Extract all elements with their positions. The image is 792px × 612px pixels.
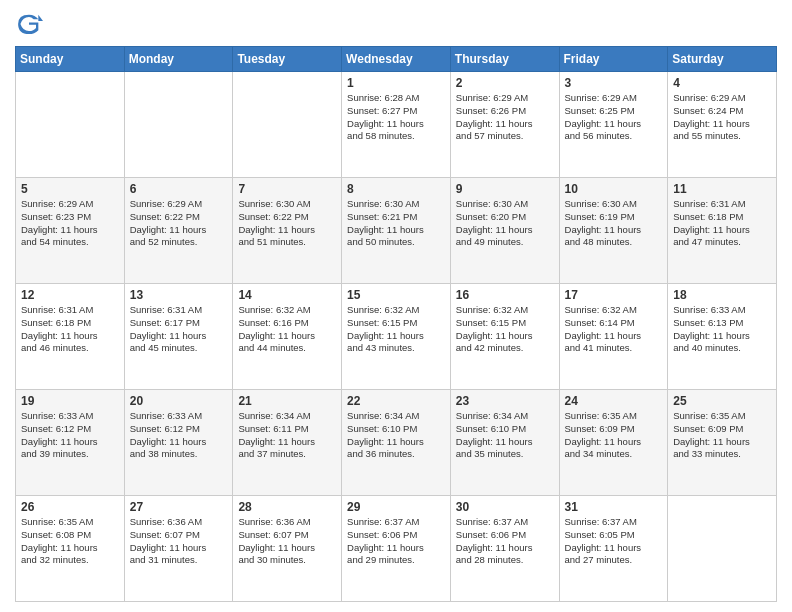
day-number: 31 <box>565 500 663 514</box>
calendar-table: SundayMondayTuesdayWednesdayThursdayFrid… <box>15 46 777 602</box>
calendar-cell <box>16 72 125 178</box>
weekday-header-tuesday: Tuesday <box>233 47 342 72</box>
day-number: 22 <box>347 394 445 408</box>
day-number: 25 <box>673 394 771 408</box>
calendar-cell: 27Sunrise: 6:36 AM Sunset: 6:07 PM Dayli… <box>124 496 233 602</box>
day-info: Sunrise: 6:36 AM Sunset: 6:07 PM Dayligh… <box>238 516 336 567</box>
calendar-cell: 3Sunrise: 6:29 AM Sunset: 6:25 PM Daylig… <box>559 72 668 178</box>
calendar-cell <box>668 496 777 602</box>
day-number: 11 <box>673 182 771 196</box>
day-number: 8 <box>347 182 445 196</box>
calendar-cell: 31Sunrise: 6:37 AM Sunset: 6:05 PM Dayli… <box>559 496 668 602</box>
calendar-cell: 6Sunrise: 6:29 AM Sunset: 6:22 PM Daylig… <box>124 178 233 284</box>
weekday-header-thursday: Thursday <box>450 47 559 72</box>
calendar-cell: 10Sunrise: 6:30 AM Sunset: 6:19 PM Dayli… <box>559 178 668 284</box>
calendar-cell: 28Sunrise: 6:36 AM Sunset: 6:07 PM Dayli… <box>233 496 342 602</box>
day-info: Sunrise: 6:29 AM Sunset: 6:22 PM Dayligh… <box>130 198 228 249</box>
calendar-cell: 16Sunrise: 6:32 AM Sunset: 6:15 PM Dayli… <box>450 284 559 390</box>
calendar-cell: 30Sunrise: 6:37 AM Sunset: 6:06 PM Dayli… <box>450 496 559 602</box>
calendar-cell <box>233 72 342 178</box>
calendar-cell: 12Sunrise: 6:31 AM Sunset: 6:18 PM Dayli… <box>16 284 125 390</box>
day-number: 15 <box>347 288 445 302</box>
day-info: Sunrise: 6:32 AM Sunset: 6:15 PM Dayligh… <box>347 304 445 355</box>
calendar-cell <box>124 72 233 178</box>
day-info: Sunrise: 6:31 AM Sunset: 6:17 PM Dayligh… <box>130 304 228 355</box>
day-number: 1 <box>347 76 445 90</box>
day-info: Sunrise: 6:28 AM Sunset: 6:27 PM Dayligh… <box>347 92 445 143</box>
day-number: 3 <box>565 76 663 90</box>
calendar-cell: 23Sunrise: 6:34 AM Sunset: 6:10 PM Dayli… <box>450 390 559 496</box>
day-info: Sunrise: 6:29 AM Sunset: 6:24 PM Dayligh… <box>673 92 771 143</box>
weekday-header-saturday: Saturday <box>668 47 777 72</box>
day-info: Sunrise: 6:31 AM Sunset: 6:18 PM Dayligh… <box>673 198 771 249</box>
page: SundayMondayTuesdayWednesdayThursdayFrid… <box>0 0 792 612</box>
calendar-cell: 13Sunrise: 6:31 AM Sunset: 6:17 PM Dayli… <box>124 284 233 390</box>
day-number: 6 <box>130 182 228 196</box>
day-info: Sunrise: 6:33 AM Sunset: 6:13 PM Dayligh… <box>673 304 771 355</box>
day-info: Sunrise: 6:32 AM Sunset: 6:14 PM Dayligh… <box>565 304 663 355</box>
week-row-2: 5Sunrise: 6:29 AM Sunset: 6:23 PM Daylig… <box>16 178 777 284</box>
weekday-header-monday: Monday <box>124 47 233 72</box>
calendar-cell: 29Sunrise: 6:37 AM Sunset: 6:06 PM Dayli… <box>342 496 451 602</box>
calendar-cell: 9Sunrise: 6:30 AM Sunset: 6:20 PM Daylig… <box>450 178 559 284</box>
day-number: 30 <box>456 500 554 514</box>
day-info: Sunrise: 6:35 AM Sunset: 6:09 PM Dayligh… <box>565 410 663 461</box>
week-row-4: 19Sunrise: 6:33 AM Sunset: 6:12 PM Dayli… <box>16 390 777 496</box>
day-number: 23 <box>456 394 554 408</box>
week-row-3: 12Sunrise: 6:31 AM Sunset: 6:18 PM Dayli… <box>16 284 777 390</box>
calendar-cell: 18Sunrise: 6:33 AM Sunset: 6:13 PM Dayli… <box>668 284 777 390</box>
calendar-cell: 1Sunrise: 6:28 AM Sunset: 6:27 PM Daylig… <box>342 72 451 178</box>
day-number: 16 <box>456 288 554 302</box>
calendar-cell: 19Sunrise: 6:33 AM Sunset: 6:12 PM Dayli… <box>16 390 125 496</box>
day-number: 18 <box>673 288 771 302</box>
calendar-cell: 25Sunrise: 6:35 AM Sunset: 6:09 PM Dayli… <box>668 390 777 496</box>
day-number: 27 <box>130 500 228 514</box>
day-info: Sunrise: 6:34 AM Sunset: 6:10 PM Dayligh… <box>456 410 554 461</box>
weekday-header-sunday: Sunday <box>16 47 125 72</box>
day-info: Sunrise: 6:30 AM Sunset: 6:22 PM Dayligh… <box>238 198 336 249</box>
day-info: Sunrise: 6:29 AM Sunset: 6:25 PM Dayligh… <box>565 92 663 143</box>
day-info: Sunrise: 6:31 AM Sunset: 6:18 PM Dayligh… <box>21 304 119 355</box>
day-info: Sunrise: 6:32 AM Sunset: 6:15 PM Dayligh… <box>456 304 554 355</box>
calendar-cell: 15Sunrise: 6:32 AM Sunset: 6:15 PM Dayli… <box>342 284 451 390</box>
calendar-cell: 21Sunrise: 6:34 AM Sunset: 6:11 PM Dayli… <box>233 390 342 496</box>
calendar-cell: 17Sunrise: 6:32 AM Sunset: 6:14 PM Dayli… <box>559 284 668 390</box>
logo <box>15 10 47 38</box>
day-number: 29 <box>347 500 445 514</box>
day-info: Sunrise: 6:34 AM Sunset: 6:10 PM Dayligh… <box>347 410 445 461</box>
day-info: Sunrise: 6:30 AM Sunset: 6:19 PM Dayligh… <box>565 198 663 249</box>
day-number: 21 <box>238 394 336 408</box>
calendar-cell: 24Sunrise: 6:35 AM Sunset: 6:09 PM Dayli… <box>559 390 668 496</box>
day-info: Sunrise: 6:34 AM Sunset: 6:11 PM Dayligh… <box>238 410 336 461</box>
day-info: Sunrise: 6:37 AM Sunset: 6:06 PM Dayligh… <box>347 516 445 567</box>
day-number: 14 <box>238 288 336 302</box>
day-info: Sunrise: 6:37 AM Sunset: 6:06 PM Dayligh… <box>456 516 554 567</box>
day-number: 7 <box>238 182 336 196</box>
calendar-cell: 26Sunrise: 6:35 AM Sunset: 6:08 PM Dayli… <box>16 496 125 602</box>
day-number: 20 <box>130 394 228 408</box>
day-info: Sunrise: 6:35 AM Sunset: 6:08 PM Dayligh… <box>21 516 119 567</box>
calendar-cell: 7Sunrise: 6:30 AM Sunset: 6:22 PM Daylig… <box>233 178 342 284</box>
day-number: 17 <box>565 288 663 302</box>
day-number: 19 <box>21 394 119 408</box>
day-info: Sunrise: 6:33 AM Sunset: 6:12 PM Dayligh… <box>21 410 119 461</box>
weekday-header-friday: Friday <box>559 47 668 72</box>
calendar-cell: 8Sunrise: 6:30 AM Sunset: 6:21 PM Daylig… <box>342 178 451 284</box>
day-info: Sunrise: 6:35 AM Sunset: 6:09 PM Dayligh… <box>673 410 771 461</box>
day-info: Sunrise: 6:37 AM Sunset: 6:05 PM Dayligh… <box>565 516 663 567</box>
day-number: 13 <box>130 288 228 302</box>
calendar-cell: 14Sunrise: 6:32 AM Sunset: 6:16 PM Dayli… <box>233 284 342 390</box>
day-number: 12 <box>21 288 119 302</box>
calendar-cell: 4Sunrise: 6:29 AM Sunset: 6:24 PM Daylig… <box>668 72 777 178</box>
day-info: Sunrise: 6:36 AM Sunset: 6:07 PM Dayligh… <box>130 516 228 567</box>
day-info: Sunrise: 6:29 AM Sunset: 6:26 PM Dayligh… <box>456 92 554 143</box>
day-number: 26 <box>21 500 119 514</box>
week-row-5: 26Sunrise: 6:35 AM Sunset: 6:08 PM Dayli… <box>16 496 777 602</box>
header <box>15 10 777 38</box>
logo-icon <box>15 10 43 38</box>
day-info: Sunrise: 6:30 AM Sunset: 6:20 PM Dayligh… <box>456 198 554 249</box>
week-row-1: 1Sunrise: 6:28 AM Sunset: 6:27 PM Daylig… <box>16 72 777 178</box>
calendar-cell: 20Sunrise: 6:33 AM Sunset: 6:12 PM Dayli… <box>124 390 233 496</box>
calendar-cell: 22Sunrise: 6:34 AM Sunset: 6:10 PM Dayli… <box>342 390 451 496</box>
day-info: Sunrise: 6:29 AM Sunset: 6:23 PM Dayligh… <box>21 198 119 249</box>
